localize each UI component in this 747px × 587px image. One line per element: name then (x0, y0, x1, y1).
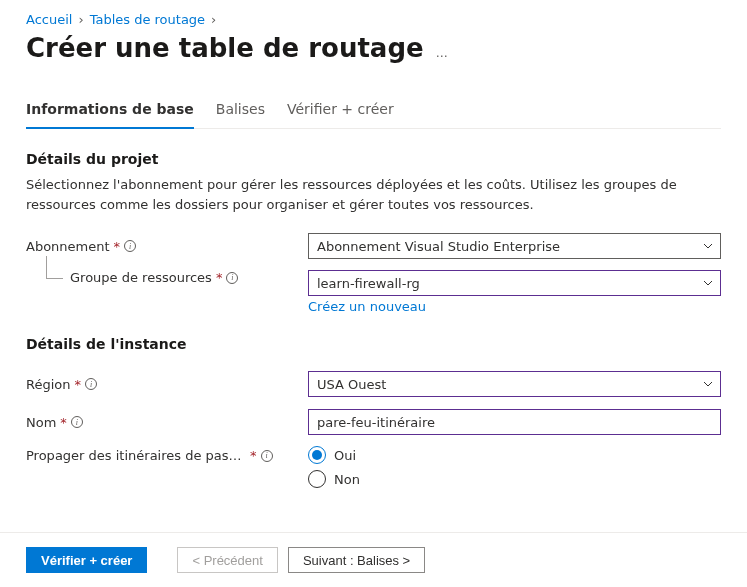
chevron-right-icon: › (78, 12, 83, 27)
region-value: USA Ouest (317, 377, 386, 392)
chevron-down-icon (702, 240, 714, 252)
required-indicator: * (75, 377, 82, 392)
breadcrumb: Accueil › Tables de routage › (26, 12, 721, 27)
next-button[interactable]: Suivant : Balises > (288, 547, 425, 573)
chevron-down-icon (702, 378, 714, 390)
project-details-description: Sélectionnez l'abonnement pour gérer les… (26, 175, 721, 214)
subscription-select[interactable]: Abonnement Visual Studio Enterprise (308, 233, 721, 259)
propagate-no-label: Non (334, 472, 360, 487)
propagate-yes-label: Oui (334, 448, 356, 463)
subscription-label: Abonnement (26, 239, 110, 254)
region-select[interactable]: USA Ouest (308, 371, 721, 397)
radio-icon (308, 446, 326, 464)
tab-review[interactable]: Vérifier + créer (287, 101, 394, 129)
propagate-radio-group: Oui Non (308, 446, 721, 488)
info-icon[interactable]: i (261, 450, 273, 462)
region-label: Région (26, 377, 71, 392)
info-icon[interactable]: i (71, 416, 83, 428)
propagate-yes[interactable]: Oui (308, 446, 721, 464)
chevron-down-icon (702, 277, 714, 289)
propagate-label: Propager des itinéraires de passer... (26, 448, 246, 463)
review-create-button[interactable]: Vérifier + créer (26, 547, 147, 573)
tab-tags[interactable]: Balises (216, 101, 265, 129)
page-title: Créer une table de routage (26, 33, 424, 63)
required-indicator: * (250, 448, 257, 463)
create-new-link[interactable]: Créez un nouveau (308, 299, 426, 314)
propagate-no[interactable]: Non (308, 470, 721, 488)
subscription-value: Abonnement Visual Studio Enterprise (317, 239, 560, 254)
info-icon[interactable]: i (226, 272, 238, 284)
resource-group-label: Groupe de ressources (70, 270, 212, 285)
info-icon[interactable]: i (85, 378, 97, 390)
resource-group-value: learn-firewall-rg (317, 276, 420, 291)
resource-group-select[interactable]: learn-firewall-rg (308, 270, 721, 296)
name-value: pare-feu-itinéraire (317, 415, 435, 430)
name-input[interactable]: pare-feu-itinéraire (308, 409, 721, 435)
project-details-heading: Détails du projet (26, 151, 721, 167)
breadcrumb-home[interactable]: Accueil (26, 12, 72, 27)
tab-basics[interactable]: Informations de base (26, 101, 194, 129)
chevron-right-icon: › (211, 12, 216, 27)
required-indicator: * (114, 239, 121, 254)
more-button[interactable]: … (436, 37, 450, 59)
radio-icon (308, 470, 326, 488)
name-label: Nom (26, 415, 56, 430)
required-indicator: * (216, 270, 223, 285)
info-icon[interactable]: i (124, 240, 136, 252)
instance-details-heading: Détails de l'instance (26, 336, 721, 352)
required-indicator: * (60, 415, 67, 430)
previous-button: < Précédent (177, 547, 277, 573)
breadcrumb-route-tables[interactable]: Tables de routage (90, 12, 205, 27)
tabs: Informations de base Balises Vérifier + … (26, 101, 721, 129)
footer: Vérifier + créer < Précédent Suivant : B… (0, 532, 747, 587)
